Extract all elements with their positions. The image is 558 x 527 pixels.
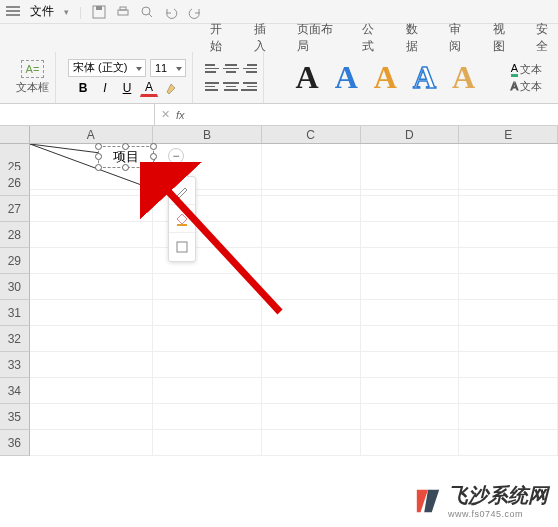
align-top-center[interactable] [223,61,239,77]
col-header-D[interactable]: D [361,126,460,143]
fx-label[interactable]: fx [176,109,185,121]
fx-cancel-icon[interactable]: ✕ [161,108,170,121]
cell[interactable] [459,274,558,300]
row-header[interactable]: 35 [0,404,30,430]
print-icon[interactable] [116,5,130,19]
resize-handle-bl[interactable] [95,164,102,171]
outline-button[interactable] [169,233,195,261]
row-header[interactable]: 26 [0,170,30,196]
cell[interactable] [262,378,361,404]
italic-button[interactable]: I [96,79,114,97]
resize-handle-mr[interactable] [150,153,157,160]
row-header[interactable]: 36 [0,430,30,456]
cell[interactable] [262,196,361,222]
col-header-B[interactable]: B [153,126,262,143]
col-header-A[interactable]: A [30,126,153,143]
text-outline-icon[interactable]: A [511,80,518,92]
style-a-4[interactable]: A [407,59,442,96]
tab-formula[interactable]: 公式 [362,21,384,55]
highlight-button[interactable] [162,79,180,97]
cell[interactable] [262,352,361,378]
font-name-combo[interactable]: 宋体 (正文) [68,59,146,77]
row-header[interactable]: 30 [0,274,30,300]
cell[interactable] [361,196,460,222]
align-bottom-left[interactable] [205,79,221,95]
cell[interactable] [361,404,460,430]
tab-insert[interactable]: 插入 [254,21,276,55]
resize-handle-bm[interactable] [122,164,129,171]
cell[interactable] [459,170,558,196]
dropdown-icon[interactable]: ▾ [64,7,69,17]
cell[interactable] [30,248,153,274]
cell[interactable] [361,222,460,248]
tab-view[interactable]: 视图 [493,21,515,55]
resize-handle-ml[interactable] [95,153,102,160]
name-box[interactable] [0,104,155,125]
align-top-left[interactable] [205,61,221,77]
row-header[interactable]: 31 [0,300,30,326]
edit-shape-button[interactable] [169,177,195,205]
row-header[interactable]: 32 [0,326,30,352]
cell[interactable] [30,404,153,430]
tab-data[interactable]: 数据 [406,21,428,55]
style-a-2[interactable]: A [329,59,364,96]
style-a-3[interactable]: A [368,59,403,96]
cell[interactable] [361,248,460,274]
cell[interactable] [361,430,460,456]
text-fill-icon[interactable]: A [511,62,518,77]
resize-handle-tl[interactable] [95,143,102,150]
file-menu[interactable]: 文件 [30,3,54,20]
cell[interactable] [30,196,153,222]
undo-icon[interactable] [164,5,178,19]
row-header[interactable]: 28 [0,222,30,248]
row-header[interactable]: 27 [0,196,30,222]
resize-handle-tm[interactable] [122,143,129,150]
cell[interactable] [459,326,558,352]
cell[interactable] [153,352,262,378]
cell[interactable] [262,222,361,248]
text-styles-gallery[interactable]: A A A A A [290,59,482,96]
cell[interactable] [153,378,262,404]
cell[interactable] [30,430,153,456]
collapse-button[interactable]: − [168,148,184,164]
tab-home[interactable]: 开始 [210,21,232,55]
save-icon[interactable] [92,5,106,19]
fill-color-button[interactable] [169,205,195,233]
font-size-combo[interactable]: 11 [150,59,186,77]
cell[interactable] [361,352,460,378]
resize-handle-tr[interactable] [150,143,157,150]
cell[interactable] [153,430,262,456]
cell[interactable] [459,222,558,248]
redo-icon[interactable] [188,5,202,19]
cell[interactable] [30,326,153,352]
cell[interactable] [459,196,558,222]
cell[interactable] [459,404,558,430]
underline-button[interactable]: U [118,79,136,97]
cell[interactable] [361,378,460,404]
cell[interactable] [30,378,153,404]
cell[interactable] [459,300,558,326]
cell[interactable] [30,274,153,300]
align-bottom-center[interactable] [223,79,239,95]
col-header-C[interactable]: C [262,126,361,143]
row-header[interactable]: 34 [0,378,30,404]
cell[interactable] [153,326,262,352]
cell[interactable] [262,300,361,326]
preview-icon[interactable] [140,5,154,19]
cell[interactable] [459,430,558,456]
cell[interactable] [262,248,361,274]
align-bottom-right[interactable] [241,79,257,95]
cell[interactable] [153,404,262,430]
align-top-right[interactable] [241,61,257,77]
cell[interactable] [262,274,361,300]
cell[interactable] [262,430,361,456]
text-box-object[interactable]: 项目 [98,146,154,168]
select-all-corner[interactable] [0,126,30,143]
cell[interactable] [459,352,558,378]
cell[interactable] [361,300,460,326]
row-header[interactable]: 33 [0,352,30,378]
cell[interactable] [262,326,361,352]
resize-handle-br[interactable] [150,164,157,171]
tab-review[interactable]: 审阅 [449,21,471,55]
cell[interactable] [361,326,460,352]
